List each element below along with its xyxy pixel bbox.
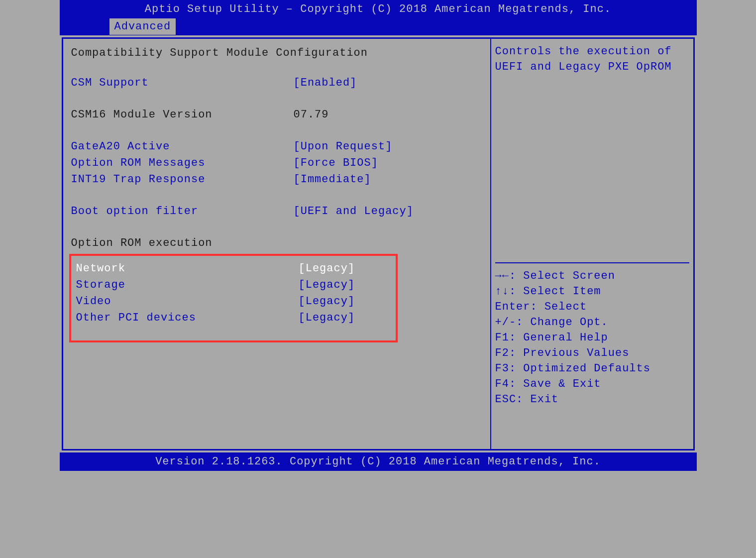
setting-value: [Legacy] bbox=[299, 310, 396, 326]
info-label: CSM16 Module Version bbox=[71, 107, 294, 122]
shortcut-select-screen: →←: Select Screen bbox=[495, 268, 689, 284]
setting-int19-trap[interactable]: INT19 Trap Response [Immediate] bbox=[71, 172, 482, 187]
shortcut-select-item: ↑↓: Select Item bbox=[495, 284, 689, 299]
help-description: Controls the execution of UEFI and Legac… bbox=[495, 44, 689, 75]
shortcut-f3: F3: Optimized Defaults bbox=[495, 361, 689, 376]
header-title: Aptio Setup Utility – Copyright (C) 2018… bbox=[145, 3, 611, 15]
setting-gatea20[interactable]: GateA20 Active [Upon Request] bbox=[71, 139, 482, 154]
setting-video[interactable]: Video [Legacy] bbox=[71, 294, 396, 309]
highlighted-settings-group: Network [Legacy] Storage [Legacy] Video … bbox=[69, 254, 398, 342]
setting-value: [Legacy] bbox=[299, 294, 396, 309]
shortcut-esc: ESC: Exit bbox=[495, 392, 689, 407]
setting-label: Boot option filter bbox=[71, 204, 294, 219]
setting-label: Other PCI devices bbox=[76, 310, 299, 326]
bios-screen: Aptio Setup Utility – Copyright (C) 2018… bbox=[60, 0, 697, 473]
content-area: Compatibility Support Module Configurati… bbox=[60, 35, 697, 452]
help-panel: Controls the execution of UEFI and Legac… bbox=[491, 37, 695, 450]
subsection-title-option-rom: Option ROM execution bbox=[71, 235, 482, 251]
info-value: 07.79 bbox=[294, 107, 482, 122]
setting-value: [Enabled] bbox=[294, 75, 482, 91]
shortcut-f4: F4: Save & Exit bbox=[495, 376, 689, 392]
setting-label: Option ROM Messages bbox=[71, 155, 294, 171]
setting-label: GateA20 Active bbox=[71, 139, 294, 154]
setting-value: [Immediate] bbox=[294, 172, 482, 187]
setting-storage[interactable]: Storage [Legacy] bbox=[71, 277, 396, 293]
info-csm16-version: CSM16 Module Version 07.79 bbox=[71, 107, 482, 122]
footer-version-bar: Version 2.18.1263. Copyright (C) 2018 Am… bbox=[60, 452, 697, 471]
setting-value: [UEFI and Legacy] bbox=[294, 204, 482, 219]
spacer bbox=[71, 220, 482, 235]
tab-bar: Advanced bbox=[60, 18, 697, 35]
spacer bbox=[71, 92, 482, 107]
setting-value: [Upon Request] bbox=[294, 139, 482, 154]
settings-panel: Compatibility Support Module Configurati… bbox=[62, 37, 491, 450]
setting-label: Video bbox=[76, 294, 299, 309]
setting-value: [Legacy] bbox=[299, 277, 396, 293]
section-title: Compatibility Support Module Configurati… bbox=[71, 47, 482, 59]
setting-label: Storage bbox=[76, 277, 299, 293]
spacer bbox=[71, 188, 482, 204]
help-divider bbox=[495, 262, 689, 263]
setting-label: CSM Support bbox=[71, 75, 294, 91]
setting-value: [Legacy] bbox=[299, 261, 396, 276]
header-title-bar: Aptio Setup Utility – Copyright (C) 2018… bbox=[60, 0, 697, 18]
setting-value: [Force BIOS] bbox=[294, 155, 482, 171]
subsection-label: Option ROM execution bbox=[71, 235, 213, 251]
setting-csm-support[interactable]: CSM Support [Enabled] bbox=[71, 75, 482, 91]
setting-label: Network bbox=[76, 261, 299, 276]
setting-option-rom-messages[interactable]: Option ROM Messages [Force BIOS] bbox=[71, 155, 482, 171]
spacer bbox=[71, 123, 482, 139]
setting-other-pci[interactable]: Other PCI devices [Legacy] bbox=[71, 310, 396, 326]
shortcut-enter: Enter: Select bbox=[495, 299, 689, 315]
shortcut-f2: F2: Previous Values bbox=[495, 345, 689, 361]
shortcut-f1: F1: General Help bbox=[495, 330, 689, 345]
setting-boot-option-filter[interactable]: Boot option filter [UEFI and Legacy] bbox=[71, 204, 482, 219]
setting-label: INT19 Trap Response bbox=[71, 172, 294, 187]
tab-advanced[interactable]: Advanced bbox=[109, 18, 176, 35]
help-shortcuts: →←: Select Screen ↑↓: Select Item Enter:… bbox=[495, 268, 689, 407]
shortcut-change-opt: +/-: Change Opt. bbox=[495, 315, 689, 330]
setting-network[interactable]: Network [Legacy] bbox=[71, 261, 396, 276]
footer-text: Version 2.18.1263. Copyright (C) 2018 Am… bbox=[155, 455, 601, 468]
